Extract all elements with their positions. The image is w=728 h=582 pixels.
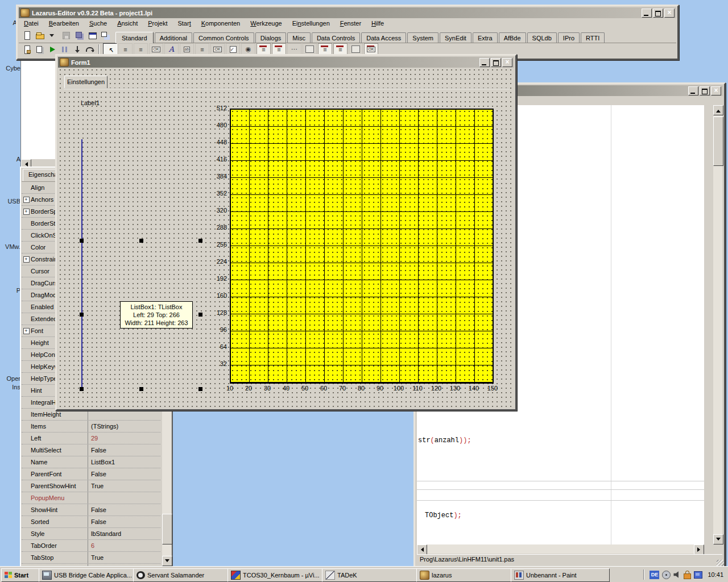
close-button[interactable] xyxy=(502,58,512,67)
close-button[interactable] xyxy=(664,9,675,18)
meter-tray-icon[interactable] xyxy=(662,571,671,579)
open-dropdown-icon[interactable] xyxy=(47,30,59,40)
selection-handle[interactable] xyxy=(198,239,202,243)
menu-einstellungen[interactable]: Einstellungen xyxy=(287,20,335,27)
property-row-popupmenu[interactable]: PopupMenu xyxy=(22,492,160,504)
property-row-tabstop[interactable]: TabStopTrue xyxy=(22,552,160,564)
scroll-left-button[interactable] xyxy=(417,544,427,555)
palette-tab-additional[interactable]: Additional xyxy=(155,32,192,43)
property-row-taborder[interactable]: TabOrder6 xyxy=(22,540,160,552)
expand-icon[interactable] xyxy=(22,256,31,263)
desktop-icon-label[interactable]: P xyxy=(0,287,20,294)
property-value[interactable]: False xyxy=(88,504,106,516)
display-tray-icon[interactable] xyxy=(694,571,702,579)
property-value[interactable]: False xyxy=(88,516,106,527)
expand-icon[interactable] xyxy=(22,209,31,215)
label1[interactable]: Label1 xyxy=(81,99,100,106)
desktop-icon-label[interactable]: VMw. xyxy=(0,243,20,250)
tab-einstellungen[interactable]: Einstellungen xyxy=(64,76,107,89)
maximize-button[interactable] xyxy=(700,86,710,95)
selection-handle[interactable] xyxy=(139,239,143,243)
taskbar-button-paint[interactable]: Unbenannt - Paint xyxy=(511,568,610,582)
main-titlebar[interactable]: Lazarus-Editor v0.9.22 Beta - project1.l… xyxy=(19,7,676,18)
taskbar-button-usb[interactable]: USB Bridge Cable Applica... xyxy=(39,568,138,582)
menu-hilfe[interactable]: Hilfe xyxy=(366,20,389,27)
keyboard-layout-indicator[interactable]: DE xyxy=(650,571,659,579)
save-all-icon[interactable] xyxy=(73,30,85,40)
property-row-style[interactable]: StylelbStandard xyxy=(22,528,160,540)
property-value[interactable]: True xyxy=(88,552,104,563)
selection-handle[interactable] xyxy=(80,239,84,243)
desktop-icon-label[interactable]: Oper xyxy=(0,375,20,382)
step-over-icon[interactable] xyxy=(84,44,95,55)
palette-tab-common-controls[interactable]: Common Controls xyxy=(193,32,254,43)
menu-projekt[interactable]: Projekt xyxy=(143,20,172,27)
palette-tab-sqldb[interactable]: SQLdb xyxy=(527,32,557,43)
property-row-name[interactable]: NameListBox1 xyxy=(22,456,160,468)
property-row-showhint[interactable]: ShowHintFalse xyxy=(22,504,160,516)
code-line[interactable]: str(anzahl)); xyxy=(418,436,471,444)
property-value[interactable]: False xyxy=(88,468,106,480)
palette-tab-synedit[interactable]: SynEdit xyxy=(440,32,471,43)
menu-komponenten[interactable]: Komponenten xyxy=(196,20,246,27)
palette-tab-data-controls[interactable]: Data Controls xyxy=(312,32,360,43)
property-row-left[interactable]: Left29 xyxy=(22,433,160,444)
menu-bearbeiten[interactable]: Bearbeiten xyxy=(44,20,84,27)
pause-icon[interactable] xyxy=(59,44,70,55)
scroll-down-button[interactable] xyxy=(713,534,723,544)
taskbar-button-tadek[interactable]: TADeK xyxy=(322,568,421,582)
new-file-icon[interactable] xyxy=(21,30,32,40)
taskbar-button-sala[interactable]: Servant Salamander xyxy=(133,568,232,582)
code-line[interactable]: TObject); xyxy=(425,512,462,519)
scrollbar-thumb[interactable] xyxy=(713,117,723,166)
clock[interactable]: 10:41 xyxy=(705,571,726,578)
form-titlebar[interactable]: Form1 xyxy=(58,57,514,68)
property-row-parentshowhint[interactable]: ParentShowHintTrue xyxy=(22,480,160,492)
start-button[interactable]: Start xyxy=(1,568,44,582)
palette-tab-standard[interactable]: Standard xyxy=(115,32,154,43)
palette-tab-data-access[interactable]: Data Access xyxy=(361,32,406,43)
toggle-form-unit-icon[interactable] xyxy=(100,30,111,40)
minimize-button[interactable] xyxy=(479,58,490,67)
minimize-button[interactable] xyxy=(642,9,652,18)
scroll-up-button[interactable] xyxy=(713,105,723,115)
property-value[interactable]: 6 xyxy=(88,540,94,551)
taskbar-button-uvis[interactable]: TCOS30_Kernbaum - µVi... xyxy=(228,568,326,582)
property-value[interactable]: lbStandard xyxy=(88,528,121,539)
save-icon[interactable] xyxy=(60,30,72,40)
palette-tab-ipro[interactable]: IPro xyxy=(558,32,580,43)
open-file-icon[interactable] xyxy=(34,30,46,40)
view-units-icon[interactable] xyxy=(21,44,32,55)
property-value[interactable]: False xyxy=(88,444,106,456)
property-value[interactable]: 29 xyxy=(88,433,98,444)
maximize-button[interactable] xyxy=(491,58,501,67)
palette-tab-rtti[interactable]: RTTI xyxy=(581,32,605,43)
form-canvas[interactable]: Einstellungen Label1 5124804484163843523… xyxy=(58,68,514,408)
expand-icon[interactable] xyxy=(22,328,31,334)
close-button[interactable] xyxy=(711,86,721,95)
scrollbar-thumb[interactable] xyxy=(162,514,172,544)
desktop-icon-label[interactable]: A xyxy=(0,156,20,163)
palette-tab-dialogs[interactable]: Dialogs xyxy=(255,32,287,43)
property-value[interactable]: True xyxy=(88,480,104,492)
desktop-icon-label[interactable]: USB xyxy=(0,198,20,205)
property-row-items[interactable]: Items(TStrings) xyxy=(22,421,160,433)
property-value[interactable] xyxy=(88,492,91,504)
selection-handle[interactable] xyxy=(80,313,84,317)
minimize-button[interactable] xyxy=(688,86,698,95)
property-row-multiselect[interactable]: MultiSelectFalse xyxy=(22,444,160,456)
desktop-icon-label[interactable]: Cybe xyxy=(0,65,20,72)
volume-tray-icon[interactable] xyxy=(673,571,681,579)
menu-werkzeuge[interactable]: Werkzeuge xyxy=(245,20,287,27)
palette-tab-system[interactable]: System xyxy=(407,32,439,43)
editor-vertical-scrollbar[interactable] xyxy=(713,105,722,544)
expand-icon[interactable] xyxy=(22,197,31,203)
property-row-parentfont[interactable]: ParentFontFalse xyxy=(22,468,160,480)
palette-tab-extra[interactable]: Extra xyxy=(473,32,498,43)
selection-handle[interactable] xyxy=(139,387,143,391)
property-value[interactable]: ListBox1 xyxy=(88,456,115,468)
maximize-button[interactable] xyxy=(653,9,663,18)
chart-plot-area[interactable] xyxy=(230,109,494,384)
property-row-sorted[interactable]: SortedFalse xyxy=(22,516,160,528)
palette-tab-afbde[interactable]: AfBde xyxy=(499,32,526,43)
